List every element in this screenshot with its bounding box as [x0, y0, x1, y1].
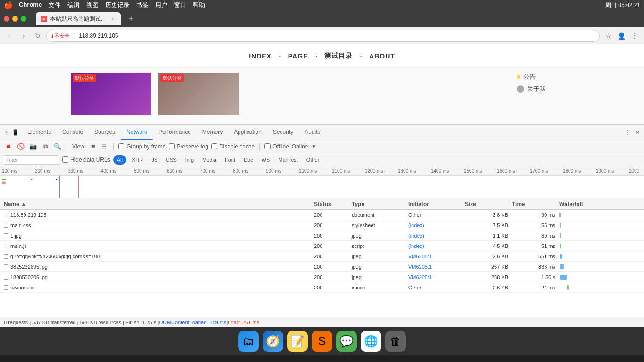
table-row[interactable]: g?b=qq&nk=9420603@qq.com&s=100 200 jpeg … — [0, 251, 644, 262]
cell-initiator[interactable]: (index) — [406, 243, 463, 249]
disable-cache-checkbox[interactable] — [211, 143, 217, 149]
table-row[interactable]: main.js 200 script (index) 4.5 KB 51 ms — [0, 241, 644, 251]
clear-button[interactable]: 🚫 — [16, 142, 25, 151]
table-row[interactable]: favicon.ico 200 x-icon Other 2.6 KB 24 m… — [0, 282, 644, 293]
list-view-icon[interactable]: ≡ — [89, 142, 98, 151]
minimize-button[interactable] — [12, 16, 18, 22]
large-rows-icon[interactable]: ⊟ — [99, 142, 108, 151]
tab-application[interactable]: Application — [228, 125, 267, 140]
browser-tab[interactable]: ● 本站點只為主題測试. × — [36, 12, 121, 25]
filter-font[interactable]: Font — [222, 155, 238, 165]
tab-audits[interactable]: Audits — [299, 125, 326, 140]
address-bar[interactable]: ℹ 不安全 | 118.89.219.105 — [46, 30, 600, 42]
cell-initiator[interactable]: VM6205:1 — [406, 264, 463, 270]
menu-window[interactable]: 窗口 — [174, 1, 186, 9]
menu-history[interactable]: 历史记录 — [105, 1, 130, 9]
tick-700ms: 700 ms — [198, 168, 231, 173]
bookmark-star-icon[interactable]: ☆ — [603, 30, 614, 41]
dock-trash[interactable]: 🗑 — [385, 331, 406, 352]
col-name[interactable]: Name ▲ — [2, 201, 312, 207]
tab-console[interactable]: Console — [57, 125, 89, 140]
dock-finder[interactable]: 🗂 — [238, 331, 259, 352]
reload-button[interactable]: ↻ — [32, 30, 43, 41]
filter-xhr[interactable]: XHR — [129, 155, 146, 165]
filter-css[interactable]: CSS — [163, 155, 180, 165]
preserve-log-checkbox[interactable] — [169, 143, 175, 149]
menu-view[interactable]: 视图 — [86, 1, 99, 9]
filter-media[interactable]: Media — [199, 155, 219, 165]
new-tab-button[interactable]: + — [124, 12, 138, 25]
filter-icon[interactable]: ⧉ — [41, 142, 50, 151]
filter-doc[interactable]: Doc — [241, 155, 256, 165]
nav-page[interactable]: PAGE — [288, 52, 308, 60]
dock-chrome[interactable]: 🌐 — [361, 331, 381, 352]
menu-file[interactable]: 文件 — [49, 1, 61, 9]
menu-user[interactable]: 用户 — [155, 1, 167, 9]
table-row[interactable]: 1808500306.jpg 200 jpeg VM6205:1 258 KB … — [0, 272, 644, 282]
cell-initiator[interactable]: (index) — [406, 233, 463, 239]
forward-button[interactable]: › — [18, 30, 29, 41]
filter-other[interactable]: Other — [304, 155, 322, 165]
col-type[interactable]: Type — [350, 201, 406, 207]
table-row[interactable]: 1.jpg 200 jpeg (index) 1.1 KB 89 ms — [0, 230, 644, 241]
cell-initiator[interactable]: (index) — [406, 222, 463, 228]
col-initiator[interactable]: Initiator — [406, 201, 463, 207]
filter-js[interactable]: JS — [149, 155, 160, 165]
search-icon[interactable]: 🔍 — [53, 142, 62, 151]
menu-bookmarks[interactable]: 书签 — [136, 1, 149, 9]
close-button[interactable] — [4, 16, 9, 22]
back-button[interactable]: ‹ — [4, 30, 15, 41]
filter-manifest[interactable]: Manifest — [275, 155, 301, 165]
filter-ws[interactable]: WS — [259, 155, 273, 165]
dock-wechat[interactable]: 💬 — [336, 331, 357, 352]
element-picker-icon[interactable]: ⊡ — [3, 129, 10, 136]
table-row[interactable]: main.css 200 stylesheet (index) 7.5 KB 5… — [0, 220, 644, 230]
nav-index[interactable]: INDEX — [249, 52, 272, 60]
maximize-button[interactable] — [21, 16, 26, 22]
tab-performance[interactable]: Performance — [153, 125, 197, 140]
cell-time: 55 ms — [510, 222, 557, 228]
disable-cache-label[interactable]: Disable cache — [211, 143, 255, 150]
menu-chrome[interactable]: Chrome — [19, 1, 42, 9]
col-time[interactable]: Time — [510, 201, 557, 207]
throttle-dropdown-icon[interactable]: ▼ — [311, 143, 316, 150]
tab-sources[interactable]: Sources — [89, 125, 121, 140]
preserve-log-label[interactable]: Preserve log — [169, 143, 208, 150]
group-by-frame-label[interactable]: Group by frame — [118, 143, 165, 150]
cell-initiator[interactable]: VM6205:1 — [406, 254, 463, 259]
device-toolbar-icon[interactable]: 📱 — [11, 129, 19, 136]
close-devtools-icon[interactable]: ✕ — [634, 129, 641, 136]
more-options-icon[interactable]: ⋮ — [624, 129, 632, 136]
tab-security[interactable]: Security — [267, 125, 299, 140]
offline-label[interactable]: Offline — [264, 143, 289, 150]
col-waterfall[interactable]: Waterfall — [557, 201, 642, 207]
nav-about[interactable]: ABOUT — [369, 52, 395, 60]
menu-edit[interactable]: 编辑 — [67, 1, 80, 9]
dock-safari[interactable]: 🧭 — [263, 331, 283, 352]
tab-memory[interactable]: Memory — [197, 125, 228, 140]
camera-button[interactable]: 📷 — [28, 142, 38, 151]
record-button[interactable]: ⏺ — [4, 142, 13, 151]
table-row[interactable]: 118.89.219.105 200 document Other 3.8 KB… — [0, 210, 644, 220]
col-status[interactable]: Status — [312, 201, 350, 207]
hide-data-urls-checkbox[interactable] — [62, 156, 68, 163]
apple-menu[interactable]: 🍎 — [4, 1, 13, 10]
user-icon[interactable]: 👤 — [616, 30, 627, 41]
filter-all[interactable]: All — [113, 155, 126, 165]
tab-close-icon[interactable]: × — [109, 16, 116, 22]
col-size[interactable]: Size — [463, 201, 510, 207]
table-row[interactable]: 3825232695.jpg 200 jpeg VM6205:1 257 KB … — [0, 262, 644, 272]
hide-data-urls-label[interactable]: Hide data URLs — [62, 156, 110, 163]
nav-catalog[interactable]: 测试目录 — [324, 52, 353, 60]
filter-img[interactable]: Img — [182, 155, 197, 165]
menu-dots-icon[interactable]: ⋮ — [629, 30, 640, 41]
menu-help[interactable]: 帮助 — [193, 1, 205, 9]
filter-input[interactable] — [3, 155, 59, 165]
tab-network[interactable]: Network — [121, 125, 153, 140]
dock-sublime[interactable]: S — [312, 331, 332, 352]
group-by-frame-checkbox[interactable] — [118, 143, 124, 149]
tab-elements[interactable]: Elements — [22, 125, 57, 140]
cell-initiator[interactable]: VM6205:1 — [406, 274, 463, 280]
dock-notes[interactable]: 📝 — [287, 331, 308, 352]
offline-checkbox[interactable] — [264, 143, 271, 149]
